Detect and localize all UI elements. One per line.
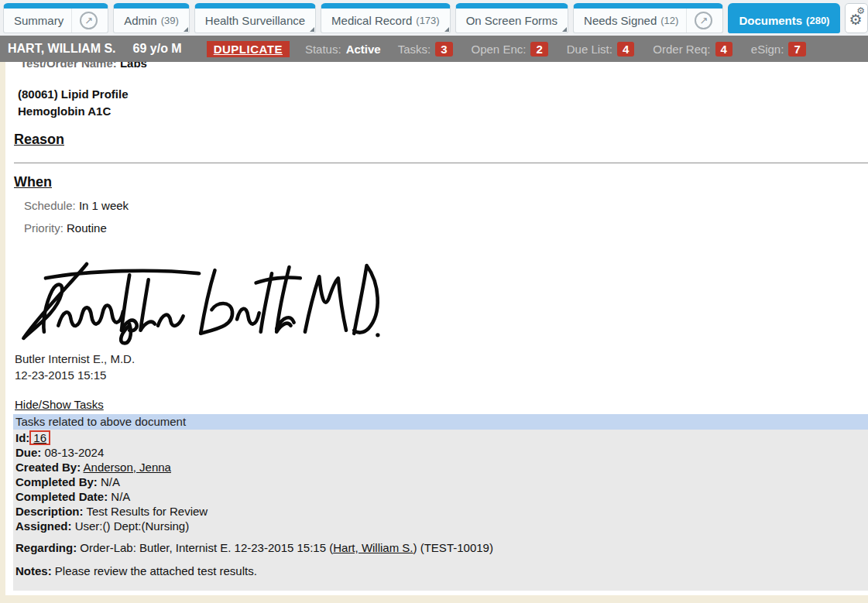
order-item: Hemoglobin A1C <box>18 103 129 120</box>
task-field-completed-date: Completed Date: N/A <box>15 489 868 504</box>
counter-label: Tasks: <box>398 43 431 56</box>
popout-divider: ↗ <box>686 9 712 33</box>
tab-count: (39) <box>161 15 179 26</box>
priority-value: Routine <box>67 221 107 235</box>
patient-name: HART, WILLIAM S. <box>8 42 116 56</box>
field-label: Completed Date: <box>15 490 108 503</box>
counter-badge[interactable]: 3 <box>435 42 452 57</box>
popout-arrow-icon[interactable]: ↗ <box>695 12 712 29</box>
field-label: Notes: <box>15 564 52 577</box>
counter-due-list: Due List: 4 <box>567 42 635 57</box>
patient-link[interactable]: Hart, William S. <box>333 541 413 554</box>
counter-label: Order Req: <box>653 43 710 56</box>
field-label: Due: <box>15 446 41 459</box>
order-item: (80061) Lipid Profile <box>18 86 129 103</box>
popout-divider: ↗ <box>71 9 98 33</box>
field-label: Completed By: <box>15 475 98 488</box>
patient-age-sex: 69 y/o M <box>133 42 182 56</box>
field-value: N/A <box>111 490 130 503</box>
task-field-regarding: Regarding: Order-Lab: Butler, Internist … <box>15 540 868 555</box>
hide-show-tasks-link[interactable]: Hide/Show Tasks <box>15 398 104 411</box>
tab-medical-record[interactable]: Medical Record (173) <box>321 3 451 33</box>
popout-arrow-icon[interactable]: ↗ <box>80 12 98 29</box>
field-value: 08-13-2024 <box>45 446 105 459</box>
task-field-due: Due: 08-13-2024 <box>15 445 868 460</box>
task-field-notes: Notes: Please review the attached test r… <box>15 564 868 578</box>
tab-label: On Screen Forms <box>466 14 558 27</box>
test-order-label: Test/Order Name: <box>20 62 117 70</box>
signed-datetime: 12-23-2015 15:15 <box>15 367 135 383</box>
regarding-text-post: ) (TEST-10019) <box>413 541 493 554</box>
signature-block: Butler Internist E., M.D. 12-23-2015 15:… <box>15 351 135 383</box>
field-value: Test Results for Review <box>86 505 208 518</box>
counter-label: eSign: <box>751 43 784 56</box>
task-field-assigned: Assigned: User:() Dept:(Nursing) <box>15 519 868 533</box>
task-field-description: Description: Test Results for Review <box>15 504 868 519</box>
counter-badge[interactable]: 7 <box>788 42 805 57</box>
task-field-completed-by: Completed By: N/A <box>15 475 868 489</box>
regarding-text-pre: Order-Lab: Butler, Internist E. 12-23-20… <box>80 541 333 554</box>
settings-button[interactable]: ⚙ ⚙ <box>845 3 868 33</box>
order-items: (80061) Lipid Profile Hemoglobin A1C <box>18 86 129 120</box>
field-label: Description: <box>15 505 84 518</box>
app-window: Summary ↗ Admin (39) Health Surveillance… <box>0 0 868 603</box>
reason-heading: Reason <box>14 132 64 148</box>
tab-summary[interactable]: Summary ↗ <box>3 3 108 33</box>
tab-count: (173) <box>416 15 439 26</box>
tab-count: (12) <box>660 15 678 26</box>
counter-label: Open Enc: <box>472 43 527 56</box>
task-field-created-by: Created By: Anderson, Jenna <box>15 460 868 475</box>
tab-count: (280) <box>806 15 829 26</box>
signed-by-name: Butler Internist E., M.D. <box>15 351 135 367</box>
duplicate-badge[interactable]: DUPLICATE <box>207 41 290 57</box>
task-field-id: Id:16 <box>15 430 868 445</box>
field-label: Created By: <box>15 461 81 474</box>
tab-on-screen-forms[interactable]: On Screen Forms <box>455 3 568 33</box>
field-value: N/A <box>101 475 120 488</box>
status-label: Status: <box>305 43 341 56</box>
tab-label: Medical Record <box>331 14 412 27</box>
test-order-line: Test/Order Name: Labs <box>20 62 147 70</box>
status-value: Active <box>346 43 381 56</box>
signature-image <box>11 255 383 350</box>
tasks-header-row: Tasks related to above document <box>13 414 868 430</box>
patient-banner: HART, WILLIAM S. 69 y/o M DUPLICATE Stat… <box>0 36 868 62</box>
tab-label: Admin <box>124 14 157 27</box>
tab-needs-signed[interactable]: Needs Signed (12) ↗ <box>573 3 723 33</box>
counter-order-req: Order Req: 4 <box>653 42 732 57</box>
counter-tasks: Tasks: 3 <box>398 42 453 57</box>
frame-left-border <box>0 62 5 603</box>
gear-icon-small: ⚙ <box>856 5 865 16</box>
tab-label: Needs Signed <box>584 14 657 27</box>
tab-documents[interactable]: Documents (280) <box>728 3 840 33</box>
tab-label: Documents <box>739 14 802 27</box>
task-details-block: Id:16 Due: 08-13-2024 Created By: Anders… <box>13 430 868 591</box>
field-value: Please review the attached test results. <box>55 564 257 577</box>
counter-badge[interactable]: 2 <box>530 42 547 57</box>
focus-highlight-box: 16 <box>29 430 50 445</box>
schedule-label: Schedule: <box>24 199 76 212</box>
counter-badge[interactable]: 4 <box>715 42 732 57</box>
field-label: Id: <box>15 431 29 444</box>
tab-admin[interactable]: Admin (39) <box>113 3 190 33</box>
tab-health-surveillance[interactable]: Health Surveillance <box>194 3 316 33</box>
field-value: User:() Dept:(Nursing) <box>75 519 190 533</box>
section-divider <box>14 163 868 163</box>
field-label: Assigned: <box>15 519 72 533</box>
counter-open-enc: Open Enc: 2 <box>472 42 548 57</box>
counter-label: Due List: <box>567 43 612 56</box>
tab-menu-fold-icon <box>444 27 449 32</box>
schedule-value: In 1 week <box>79 199 129 212</box>
tab-bar: Summary ↗ Admin (39) Health Surveillance… <box>0 0 868 36</box>
priority-label: Priority: <box>24 221 63 235</box>
field-label: Regarding: <box>15 541 77 554</box>
task-id-link[interactable]: 16 <box>33 431 46 444</box>
created-by-link[interactable]: Anderson, Jenna <box>84 461 171 474</box>
tab-menu-fold-icon <box>562 27 567 32</box>
document-viewer: Test/Order Name: Labs (80061) Lipid Prof… <box>0 62 868 603</box>
when-heading: When <box>14 174 52 190</box>
schedule-line: Schedule: In 1 week <box>24 199 129 212</box>
tab-label: Health Surveillance <box>205 14 305 27</box>
frame-bottom-border <box>0 595 868 603</box>
counter-badge[interactable]: 4 <box>617 42 634 57</box>
